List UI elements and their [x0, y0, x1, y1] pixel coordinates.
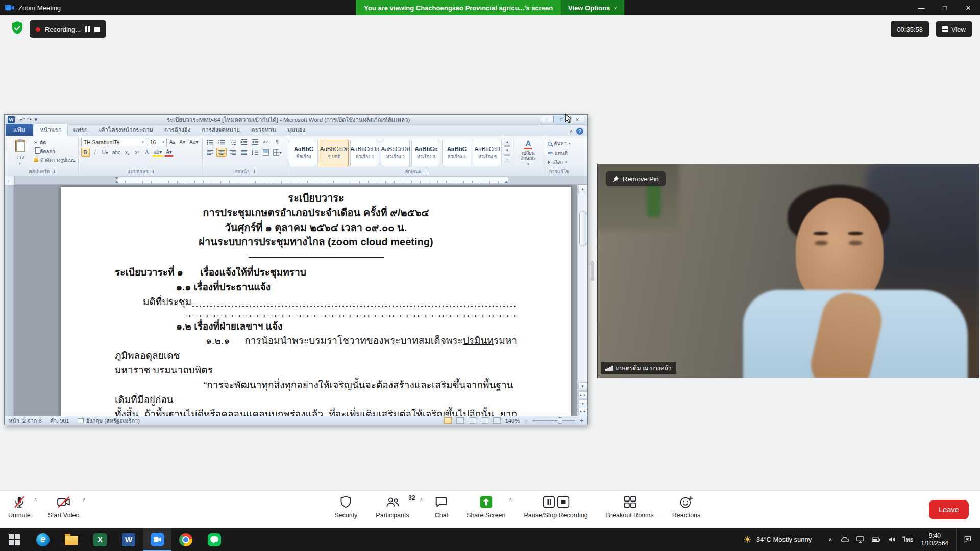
- decrease-indent-button[interactable]: [239, 138, 249, 146]
- maximize-button[interactable]: □: [933, 0, 957, 15]
- scrollbar-thumb[interactable]: [579, 211, 586, 246]
- style-normal[interactable]: AaBbCcDc¶ ปกติ: [320, 140, 349, 166]
- shading-button[interactable]: [261, 148, 271, 157]
- start-button[interactable]: [0, 528, 29, 551]
- paragraph-dialog-launcher[interactable]: [252, 170, 255, 173]
- share-options-chevron[interactable]: ∧: [509, 497, 512, 502]
- tab-view[interactable]: มุมมอง: [282, 124, 311, 136]
- grow-font-button[interactable]: A▴: [168, 138, 177, 146]
- select-browse-object-button[interactable]: ●: [578, 399, 587, 407]
- paste-button[interactable]: วาง ▾: [8, 138, 32, 168]
- highlight-color-button[interactable]: ab▾: [152, 148, 163, 157]
- numbering-button[interactable]: [216, 138, 227, 146]
- style-heading5[interactable]: AaBbCcDหัวเรื่อง 5: [473, 140, 502, 166]
- align-left-button[interactable]: [205, 148, 215, 157]
- help-button[interactable]: ?: [576, 128, 583, 135]
- tab-insert[interactable]: แทรก: [68, 124, 93, 136]
- view-options-button[interactable]: View Options ∨: [561, 0, 624, 15]
- clipboard-dialog-launcher[interactable]: [52, 170, 55, 173]
- page-indicator[interactable]: หน้า: 2 จาก 6: [9, 416, 42, 425]
- next-page-button[interactable]: ▼▼: [578, 408, 587, 415]
- weather-widget[interactable]: ☀ 34°C Mostly sunny: [743, 535, 812, 544]
- taskbar-clock[interactable]: 9:40 1/10/2564: [921, 532, 948, 547]
- style-heading3[interactable]: AaBbCcหัวเรื่อง 3: [411, 140, 440, 166]
- subscript-button[interactable]: x₂: [123, 148, 132, 157]
- style-heading1[interactable]: AaBbCcDdหัวเรื่อง 1: [350, 140, 379, 166]
- fullscreen-reading-view-button[interactable]: [456, 417, 464, 424]
- hanging-indent-marker[interactable]: [115, 181, 119, 183]
- gallery-scroll-down-button[interactable]: ▾: [504, 146, 510, 155]
- breakout-rooms-button[interactable]: Breakout Rooms: [606, 495, 654, 519]
- start-video-button[interactable]: Start Video ∧: [48, 495, 80, 519]
- outline-view-button[interactable]: [481, 417, 488, 424]
- leave-button[interactable]: Leave: [929, 500, 969, 519]
- taskbar-chrome-button[interactable]: [172, 528, 200, 551]
- shrink-font-button[interactable]: A▾: [178, 138, 187, 146]
- font-size-combo[interactable]: 16▾: [148, 138, 167, 146]
- meeting-security-shield-icon[interactable]: [11, 21, 23, 35]
- copy-button[interactable]: คัดลอก: [34, 147, 76, 155]
- gallery-more-button[interactable]: ≡: [504, 155, 510, 163]
- tray-onedrive-icon[interactable]: [840, 537, 849, 543]
- zoom-in-button[interactable]: +: [580, 418, 583, 424]
- stop-recording-button[interactable]: [94, 27, 100, 32]
- tab-file[interactable]: แฟ้ม: [6, 124, 33, 136]
- reactions-button[interactable]: Reactions: [672, 495, 701, 519]
- text-effects-button[interactable]: A: [142, 148, 151, 157]
- chat-button[interactable]: Chat: [435, 495, 448, 519]
- show-paragraph-marks-button[interactable]: ¶: [273, 138, 282, 146]
- zoom-slider-thumb[interactable]: [558, 417, 562, 424]
- tray-volume-icon[interactable]: [888, 536, 895, 543]
- proofing-status[interactable]: อังกฤษ (สหรัฐอเมริกา): [78, 416, 140, 425]
- word-minimize-button[interactable]: —: [540, 116, 554, 123]
- gallery-scroll-up-button[interactable]: ▴: [504, 138, 510, 146]
- underline-button[interactable]: U▾: [101, 148, 110, 157]
- sort-button[interactable]: AZ↓: [261, 138, 272, 146]
- print-layout-view-button[interactable]: [444, 417, 452, 424]
- align-center-button[interactable]: [216, 148, 227, 157]
- share-screen-button[interactable]: Share Screen ∧: [467, 495, 505, 519]
- unmute-options-chevron[interactable]: ∧: [34, 497, 37, 502]
- align-right-button[interactable]: [228, 148, 238, 157]
- justify-button[interactable]: [239, 148, 249, 157]
- right-indent-marker[interactable]: [504, 181, 508, 183]
- tray-show-hidden-icons[interactable]: ∧: [828, 537, 832, 542]
- select-button[interactable]: เลือก▾: [548, 158, 570, 166]
- multilevel-list-button[interactable]: [228, 138, 238, 146]
- styles-dialog-launcher[interactable]: [423, 170, 426, 173]
- web-layout-view-button[interactable]: [469, 417, 476, 424]
- tray-battery-icon[interactable]: [872, 537, 880, 542]
- minimize-button[interactable]: —: [910, 0, 933, 15]
- bullets-button[interactable]: [205, 138, 215, 146]
- bold-button[interactable]: B: [81, 148, 90, 157]
- document-page[interactable]: ระเบียบวาระ การประชุมเกษตรอำเภอประจำเดือ…: [61, 187, 571, 416]
- previous-page-button[interactable]: ▲▲: [578, 391, 587, 399]
- scroll-up-button[interactable]: ▲: [578, 185, 587, 193]
- zoom-slider[interactable]: [532, 420, 575, 421]
- change-styles-button[interactable]: A เปลี่ยนลักษณะ ▾: [513, 138, 542, 168]
- zoom-out-button[interactable]: −: [524, 418, 528, 424]
- format-painter-button[interactable]: ตัวคัดวางรูปแบบ: [34, 156, 76, 164]
- unmute-button[interactable]: Unmute ∧: [8, 495, 31, 519]
- draft-view-button[interactable]: [493, 417, 501, 424]
- find-button[interactable]: ค้นหา▾: [548, 140, 570, 147]
- tab-mailings[interactable]: การส่งจดหมาย: [196, 124, 246, 136]
- replace-button[interactable]: abแทนที่: [548, 149, 570, 157]
- pause-recording-button[interactable]: [85, 26, 90, 32]
- tab-selector[interactable]: ⌐: [5, 176, 15, 185]
- font-color-button[interactable]: A▾: [164, 148, 174, 157]
- first-line-indent-marker[interactable]: [115, 177, 119, 180]
- taskbar-file-explorer-button[interactable]: [57, 528, 86, 551]
- minimize-ribbon-button[interactable]: ∧: [569, 129, 573, 134]
- word-restore-button[interactable]: □: [555, 116, 569, 123]
- taskbar-edge-button[interactable]: e: [29, 528, 57, 551]
- tab-home[interactable]: หน้าแรก: [34, 123, 67, 136]
- security-button[interactable]: Security: [334, 495, 357, 519]
- borders-button[interactable]: ▾: [272, 148, 283, 157]
- tab-page-layout[interactable]: เค้าโครงหน้ากระดาษ: [93, 124, 159, 136]
- taskbar-zoom-button[interactable]: [143, 528, 172, 551]
- line-spacing-button[interactable]: [250, 148, 260, 157]
- language-indicator[interactable]: ไทย: [903, 535, 914, 544]
- tray-network-icon[interactable]: [856, 536, 864, 543]
- style-title[interactable]: AaBbCชื่อเรื่อง: [289, 140, 318, 166]
